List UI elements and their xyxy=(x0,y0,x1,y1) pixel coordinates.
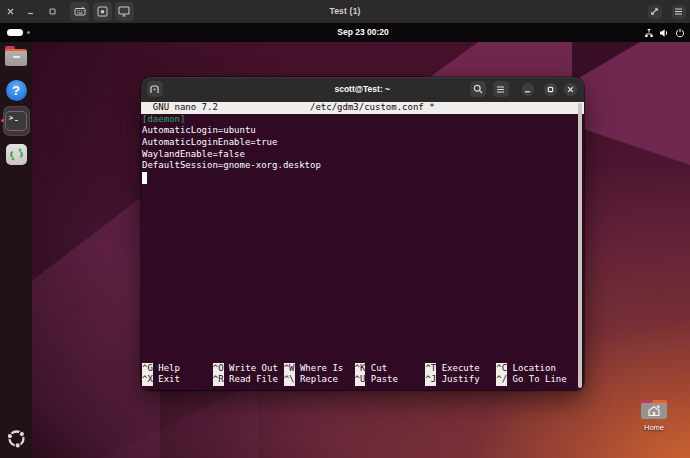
terminal-viewport[interactable]: GNU nano 7.2 /etc/gdm3/custom.conf * [da… xyxy=(141,102,584,390)
help-icon: ? xyxy=(6,80,27,101)
nano-shortcut[interactable]: ^XExit xyxy=(142,374,180,386)
nano-shortcut[interactable]: ^KCut xyxy=(355,363,388,375)
shortcut-label: Cut xyxy=(371,363,387,373)
buffer-line: AutomaticLoginEnable=true xyxy=(142,137,277,149)
text-cursor xyxy=(142,172,147,184)
nano-shortcut[interactable]: ^CLocation xyxy=(496,363,556,375)
home-folder-icon xyxy=(640,398,668,420)
fullscreen-icon xyxy=(650,7,659,16)
gnome-top-bar: Sep 23 00:20 xyxy=(0,23,690,42)
maximize-button[interactable] xyxy=(544,83,557,96)
vm-titlebar: Test (1) xyxy=(0,0,690,23)
shortcut-key: ^W xyxy=(284,363,295,375)
volume-icon[interactable] xyxy=(659,28,670,38)
nano-shortcut[interactable]: ^TExecute xyxy=(425,363,479,375)
power-icon[interactable] xyxy=(675,28,685,38)
nano-version: GNU nano 7.2 xyxy=(153,102,218,114)
nano-shortcut[interactable]: ^UPaste xyxy=(355,374,398,386)
shortcut-key: ^G xyxy=(142,363,153,375)
search-button[interactable] xyxy=(470,81,486,97)
vm-window-title: Test (1) xyxy=(0,0,690,23)
terminal-icon: > xyxy=(5,111,27,131)
shortcut-label: Execute xyxy=(442,363,480,373)
workspace-dot[interactable] xyxy=(27,31,30,34)
dock-item-terminal[interactable]: > xyxy=(0,111,32,131)
maximize-icon xyxy=(547,86,554,93)
nano-filename: /etc/gdm3/custom.conf * xyxy=(310,102,435,114)
nano-shortcut[interactable]: ^RRead File xyxy=(213,374,278,386)
shortcut-label: Paste xyxy=(371,374,398,384)
buffer-line: DefaultSession=gnome-xorg.desktop xyxy=(142,160,321,172)
nano-titlebar: GNU nano 7.2 /etc/gdm3/custom.conf * xyxy=(141,102,584,114)
buffer-line: WaylandEnable=false xyxy=(142,149,245,161)
network-icon[interactable] xyxy=(644,28,654,38)
buffer-line: [daemon] xyxy=(142,114,185,126)
shortcut-label: Go To Line xyxy=(513,374,567,384)
shortcut-key: ^O xyxy=(213,363,224,375)
shortcut-label: Location xyxy=(513,363,556,373)
desktop: ? > xyxy=(0,42,690,458)
buffer-line: AutomaticLogin=ubuntu xyxy=(142,125,256,137)
close-button[interactable] xyxy=(564,83,577,96)
shortcut-key: ^K xyxy=(355,363,366,375)
shortcut-key: ^X xyxy=(142,374,153,386)
terminal-title: scott@Test: ~ xyxy=(141,77,584,102)
nano-shortcut[interactable]: ^WWhere Is xyxy=(284,363,344,375)
close-icon xyxy=(567,86,574,93)
nano-shortcut[interactable]: ^OWrite Out xyxy=(213,363,278,375)
screen: Test (1) Sep 23 00:20 xyxy=(0,0,690,458)
terminal-window: scott@Test: ~ xyxy=(141,77,584,390)
desktop-icon-home[interactable]: Home xyxy=(637,398,671,432)
vm-menu-button[interactable] xyxy=(672,5,686,19)
workspace-pill-active[interactable] xyxy=(7,29,23,36)
shortcut-label: Write Out xyxy=(229,363,278,373)
scrollbar[interactable] xyxy=(578,103,583,388)
search-icon xyxy=(473,84,483,94)
show-apps-button[interactable] xyxy=(0,428,32,449)
terminal-headerbar[interactable]: scott@Test: ~ xyxy=(141,77,584,102)
hamburger-icon xyxy=(496,85,505,94)
shortcut-key: ^J xyxy=(425,374,436,386)
nano-shortcut[interactable]: ^JJustify xyxy=(425,374,479,386)
minimize-icon xyxy=(524,86,531,93)
shortcut-key: ^C xyxy=(496,363,507,375)
shortcut-key: ^T xyxy=(425,363,436,375)
nano-shortcut[interactable]: ^/Go To Line xyxy=(496,374,566,386)
ubuntu-logo-icon xyxy=(6,428,27,449)
terminal-menu-button[interactable] xyxy=(493,81,509,97)
home-icon-label: Home xyxy=(637,423,671,432)
dock-item-help[interactable]: ? xyxy=(0,80,32,101)
shortcut-label: Justify xyxy=(442,374,480,384)
shortcut-label: Help xyxy=(158,363,180,373)
shortcut-label: Exit xyxy=(158,374,180,384)
fullscreen-button[interactable] xyxy=(648,5,662,19)
nano-shortcut[interactable]: ^GHelp xyxy=(142,363,180,375)
shortcut-key: ^/ xyxy=(496,374,507,386)
shortcut-label: Replace xyxy=(300,374,338,384)
dock-item-files[interactable] xyxy=(0,46,32,66)
shortcut-label: Where Is xyxy=(300,363,343,373)
nano-shortcut[interactable]: ^\Replace xyxy=(284,374,338,386)
shortcut-key: ^U xyxy=(355,374,366,386)
dock: ? > xyxy=(0,42,32,458)
hamburger-icon xyxy=(674,7,683,16)
shortcut-key: ^\ xyxy=(284,374,295,386)
files-icon xyxy=(5,49,27,67)
clock[interactable]: Sep 23 00:20 xyxy=(337,23,389,42)
shortcut-key: ^R xyxy=(213,374,224,386)
software-updater-icon xyxy=(6,144,27,165)
shortcut-label: Read File xyxy=(229,374,278,384)
minimize-button[interactable] xyxy=(522,83,535,96)
dock-item-software-updater[interactable] xyxy=(0,144,32,165)
